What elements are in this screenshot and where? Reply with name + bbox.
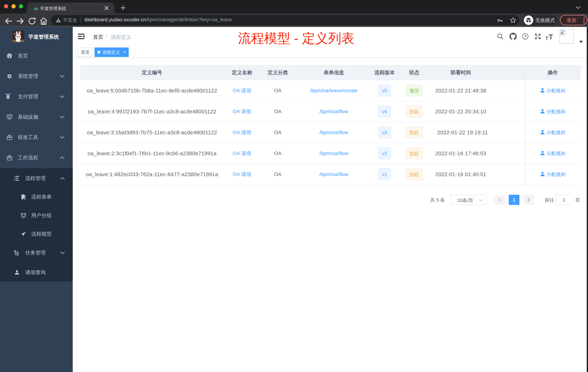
- svg-text:?: ?: [524, 34, 526, 39]
